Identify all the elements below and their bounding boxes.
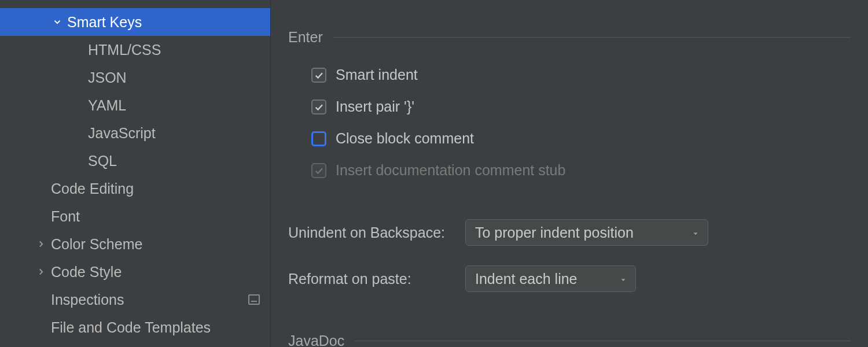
tree-item-javascript[interactable]: JavaScript	[0, 119, 270, 147]
tree-item-label: Code Editing	[51, 180, 134, 197]
section-title: JavaDoc	[288, 333, 344, 347]
tree-item-label: HTML/CSS	[88, 42, 161, 58]
scheme-badge-icon	[248, 294, 260, 305]
caret-down-icon	[692, 224, 700, 241]
tree-item-label: Font	[51, 208, 80, 225]
tree-item-label: Inspections	[51, 291, 124, 308]
row-doc-stub: Insert documentation comment stub	[311, 162, 851, 179]
tree-item-sql[interactable]: SQL	[0, 147, 270, 175]
tree-item-label: SQL	[88, 153, 117, 169]
checkbox-label: Close block comment	[336, 130, 474, 147]
section-title: Enter	[288, 29, 323, 46]
label-reformat: Reformat on paste:	[288, 271, 465, 287]
checkbox-doc-stub[interactable]	[311, 163, 326, 178]
checkbox-label: Smart indent	[336, 67, 418, 83]
svg-marker-0	[694, 232, 698, 235]
svg-marker-1	[621, 279, 626, 281]
tree-item-smart-keys[interactable]: Smart Keys	[0, 8, 270, 36]
tree-item-label: JavaScript	[88, 125, 156, 142]
tree-item-label: YAML	[88, 97, 126, 114]
dropdown-reformat[interactable]: Indent each line	[465, 265, 636, 292]
tree-item-label: File and Code Templates	[51, 319, 211, 336]
chevron-right-icon	[35, 267, 47, 277]
tree-item-color-scheme[interactable]: Color Scheme	[0, 230, 270, 258]
tree-item-inspections[interactable]: Inspections	[0, 286, 270, 313]
tree-item-file-templates[interactable]: File and Code Templates	[0, 313, 270, 341]
chevron-right-icon	[35, 239, 47, 249]
row-close-block: Close block comment	[311, 130, 851, 147]
dropdown-unindent[interactable]: To proper indent position	[465, 219, 708, 246]
divider	[333, 37, 851, 38]
tree-item-label: Code Style	[51, 264, 122, 280]
tree-item-code-editing[interactable]: Code Editing	[0, 175, 270, 202]
checkbox-insert-pair[interactable]	[311, 99, 326, 115]
row-insert-pair: Insert pair '}'	[311, 98, 851, 115]
tree-item-label: Smart Keys	[67, 14, 142, 31]
caret-down-icon	[619, 271, 627, 287]
divider	[355, 341, 851, 341]
chevron-down-icon	[51, 17, 64, 27]
checkbox-label: Insert pair '}'	[336, 98, 414, 115]
tree-item-yaml[interactable]: YAML	[0, 91, 270, 119]
tree-item-code-style[interactable]: Code Style	[0, 258, 270, 286]
tree-item-html-css[interactable]: HTML/CSS	[0, 36, 270, 64]
settings-panel: Enter Smart indent Insert pair '}' Close…	[271, 0, 868, 347]
dropdown-value: Indent each line	[475, 271, 578, 287]
label-unindent: Unindent on Backspace:	[288, 224, 465, 241]
tree-item-json[interactable]: JSON	[0, 64, 270, 91]
dropdown-value: To proper indent position	[475, 224, 634, 241]
settings-tree: Smart Keys HTML/CSS JSON YAML JavaScript…	[0, 0, 271, 347]
checkbox-close-block[interactable]	[311, 131, 326, 146]
row-smart-indent: Smart indent	[311, 67, 851, 83]
tree-item-label: Color Scheme	[51, 236, 142, 253]
section-enter: Enter	[288, 29, 851, 46]
checkbox-smart-indent[interactable]	[311, 68, 326, 83]
tree-item-label: JSON	[88, 69, 127, 86]
row-unindent: Unindent on Backspace: To proper indent …	[288, 219, 851, 246]
checkbox-label: Insert documentation comment stub	[336, 162, 565, 179]
row-reformat: Reformat on paste: Indent each line	[288, 265, 851, 292]
tree-item-font[interactable]: Font	[0, 202, 270, 230]
section-javadoc: JavaDoc	[288, 333, 851, 347]
